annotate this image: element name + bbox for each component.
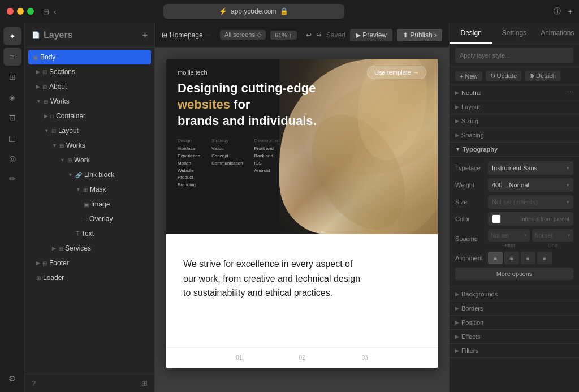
- maximize-button[interactable]: [27, 8, 34, 15]
- layer-label-body: Body: [40, 53, 55, 61]
- color-swatch[interactable]: [492, 214, 501, 223]
- layer-item-services[interactable]: ▶ ⊞ Services: [25, 241, 154, 256]
- breadcrumb-more-icon[interactable]: ⋯: [205, 32, 211, 38]
- line-label: Line: [532, 243, 574, 248]
- layer-item-sections[interactable]: ▶ ⊞ Sections: [25, 64, 154, 79]
- letter-spacing-input[interactable]: Not set ▾: [488, 229, 530, 242]
- layer-label-works-nested: Works: [66, 141, 85, 149]
- close-button[interactable]: [7, 8, 14, 15]
- letter-spacing-caret: ▾: [524, 232, 527, 238]
- interactions-icon[interactable]: ◎: [3, 149, 21, 167]
- layer-item-body[interactable]: ▣ Body: [28, 50, 151, 64]
- layer-item-works-top[interactable]: ▼ ⊞ Works: [25, 94, 154, 109]
- typography-section-header[interactable]: ▼ Typography: [450, 143, 579, 157]
- layer-item-overlay[interactable]: □ Overlay: [25, 212, 154, 226]
- layer-style-input[interactable]: [455, 48, 573, 63]
- layer-item-work[interactable]: ▼ ⊞ Work: [25, 153, 154, 167]
- alignment-label: Alignment: [455, 255, 485, 261]
- layer-item-link-block[interactable]: ▼ 🔗 Link block: [25, 167, 154, 182]
- layer-item-container[interactable]: ▶ □ Container: [25, 109, 154, 123]
- layout-section-header[interactable]: ▶ Layout: [450, 100, 579, 114]
- update-action-button[interactable]: ↻ Update: [486, 71, 522, 81]
- redo-icon[interactable]: ↪: [316, 31, 322, 39]
- align-center-button[interactable]: ≡: [504, 252, 519, 264]
- filters-section-header[interactable]: ▶ Filters: [450, 344, 579, 358]
- position-section-header[interactable]: ▶ Position: [450, 316, 579, 330]
- hero-highlight: websites: [178, 97, 230, 111]
- new-action-button[interactable]: + New: [455, 71, 482, 81]
- sizing-section-header[interactable]: ▶ Sizing: [450, 114, 579, 128]
- pages-icon[interactable]: ⊡: [3, 109, 21, 127]
- align-left-button[interactable]: ≡: [488, 252, 503, 264]
- cms-icon[interactable]: ◫: [3, 129, 21, 147]
- layer-item-works-nested[interactable]: ▼ ⊞ Works: [25, 138, 154, 153]
- layer-item-text[interactable]: T Text: [25, 226, 154, 241]
- chevron-icon: ▶: [44, 113, 48, 119]
- components-icon[interactable]: ⊞: [3, 68, 21, 86]
- address-bar[interactable]: ⚡ app.ycode.com 🔒: [163, 4, 344, 19]
- layer-label-mask: Mask: [90, 186, 106, 193]
- layer-item-image[interactable]: ▣ Image: [25, 197, 154, 212]
- preview-button[interactable]: ▶ Preview: [350, 29, 392, 41]
- sidebar-toggle-icon[interactable]: ⊞: [43, 7, 49, 16]
- size-input[interactable]: Not set (inherits) ▾: [488, 195, 573, 209]
- layer-item-about[interactable]: ▶ ⊞ About: [25, 79, 154, 94]
- settings-icon[interactable]: ⚙: [3, 369, 21, 387]
- zoom-badge[interactable]: 61% ↕: [270, 31, 297, 40]
- line-spacing-input[interactable]: Not set ▾: [532, 229, 574, 242]
- grid-icon[interactable]: ⊞: [141, 379, 148, 387]
- layers-icon[interactable]: ≡: [3, 48, 21, 66]
- layer-item-footer[interactable]: ▶ ⊞ Footer: [25, 256, 154, 270]
- breadcrumb: ⊞ Homepage ⋯: [162, 31, 211, 39]
- tab-settings[interactable]: Settings: [492, 23, 535, 44]
- layer-label-image: Image: [91, 200, 110, 208]
- publish-button[interactable]: ⬆ Publish ›: [397, 29, 442, 41]
- zoom-label: 61% ↕: [275, 32, 292, 38]
- screens-badge[interactable]: All screens ◇: [220, 30, 266, 40]
- use-template-button[interactable]: Use template →: [367, 66, 426, 79]
- chevron-backgrounds-icon: ▶: [455, 291, 459, 297]
- tab-design[interactable]: Design: [450, 23, 492, 44]
- chevron-icon: ▼: [44, 128, 49, 133]
- panel-bottom-icons: ? ⊞: [25, 374, 154, 392]
- color-input[interactable]: Inherits from parent: [488, 212, 573, 226]
- sections-icon: ⊞: [42, 69, 47, 75]
- draw-icon[interactable]: ✏: [3, 170, 21, 188]
- layers-list: ▣ Body ▶ ⊞ Sections ▶ ⊞ About ▼ ⊞ Works: [25, 48, 154, 374]
- undo-icon[interactable]: ↩: [306, 31, 312, 39]
- spacing-section-header[interactable]: ▶ Spacing: [450, 128, 579, 143]
- site-about: We strive for excellence in every aspect…: [166, 234, 438, 347]
- info-icon[interactable]: ⓘ: [554, 6, 561, 16]
- add-layer-icon[interactable]: +: [142, 30, 148, 40]
- weight-select[interactable]: 400 – Normal ▾: [488, 178, 573, 192]
- layer-item-layout[interactable]: ▼ ⊞ Layout: [25, 123, 154, 138]
- tab-animations[interactable]: Animations: [536, 23, 579, 44]
- alignment-row: Alignment ≡ ≡ ≡ ≡: [455, 252, 573, 264]
- more-options-button[interactable]: More options: [455, 268, 573, 280]
- back-icon[interactable]: ‹: [54, 7, 56, 16]
- spacing-label: Spacing: [461, 132, 484, 139]
- layers-panel: 📄 Layers + ▣ Body ▶ ⊞ Sections ▶ ⊞ About: [25, 23, 155, 392]
- layer-label-text: Text: [81, 230, 94, 238]
- assets-icon[interactable]: ◈: [3, 88, 21, 106]
- chevron-sizing-icon: ▶: [455, 118, 459, 124]
- pagination-02: 02: [299, 355, 305, 361]
- neutral-section[interactable]: ▶ Neutral ⋯: [450, 85, 579, 100]
- layer-item-mask[interactable]: ▼ ⊞ Mask: [25, 182, 154, 197]
- detach-action-button[interactable]: ⊗ Detach: [525, 71, 560, 81]
- image-icon: ▣: [84, 201, 89, 208]
- help-icon[interactable]: ?: [32, 379, 36, 387]
- backgrounds-section-header[interactable]: ▶ Backgrounds: [450, 287, 579, 301]
- minimize-button[interactable]: [17, 8, 24, 15]
- canvas-area[interactable]: mollie.tech Use template → Designing cut…: [155, 48, 449, 392]
- align-center-icon: ≡: [510, 255, 513, 261]
- effects-section-header[interactable]: ▶ Effects: [450, 330, 579, 344]
- align-justify-button[interactable]: ≡: [537, 252, 552, 264]
- typeface-select[interactable]: Instrument Sans ▾: [488, 161, 573, 175]
- logo-icon[interactable]: ✦: [3, 27, 21, 45]
- add-tab-icon[interactable]: +: [568, 7, 572, 16]
- url-text: app.ycode.com: [231, 7, 276, 15]
- align-right-button[interactable]: ≡: [521, 252, 535, 264]
- borders-section-header[interactable]: ▶ Borders: [450, 301, 579, 316]
- layer-item-loader[interactable]: ⊞ Loader: [25, 270, 154, 285]
